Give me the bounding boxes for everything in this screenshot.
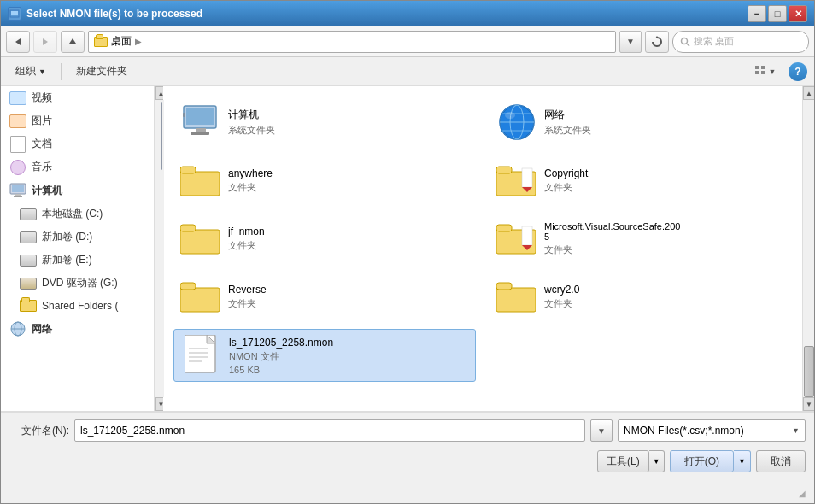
file-name-network: 网络 xyxy=(544,108,591,122)
file-item-mvss[interactable]: Microsoft.Visual.SourceSafe.2005 文件夹 xyxy=(490,213,792,264)
sidebar-item-video[interactable]: 视频 xyxy=(1,86,154,109)
sidebar-item-network[interactable]: 网络 xyxy=(1,317,154,341)
file-size-nmon: 165 KB xyxy=(229,365,333,375)
file-item-copyright[interactable]: Copyright 文件夹 xyxy=(490,155,792,206)
view-scrollbar: ▲ ▼ xyxy=(802,86,814,411)
file-info-wcry: wcry2.0 文件夹 xyxy=(544,284,579,310)
svg-rect-15 xyxy=(14,196,22,197)
file-view: 计算机 系统文件夹 xyxy=(163,86,802,411)
sidebar: 视频 图片 文档 音乐 xyxy=(1,86,155,411)
sidebar-item-d-drive[interactable]: 新加卷 (D:) xyxy=(1,226,154,249)
actions-row: 工具(L) ▼ 打开(O) ▼ 取消 xyxy=(9,447,806,476)
svg-rect-34 xyxy=(496,167,512,173)
refresh-button[interactable] xyxy=(645,31,669,53)
open-split-button[interactable]: ▼ xyxy=(734,450,751,472)
svg-rect-37 xyxy=(180,230,220,254)
open-button[interactable]: 打开(O) xyxy=(670,450,734,472)
file-info-nmon: ls_171205_2258.nmon NMON 文件 165 KB xyxy=(229,337,333,375)
cancel-button[interactable]: 取消 xyxy=(756,450,806,472)
nmon-file-icon xyxy=(181,335,222,376)
address-path[interactable]: 桌面 ▶ xyxy=(88,31,616,53)
close-button[interactable]: ✕ xyxy=(789,5,807,22)
file-item-network[interactable]: 网络 系统文件夹 xyxy=(490,97,792,148)
sidebar-scroll-thumb[interactable] xyxy=(161,102,162,170)
path-label: 桌面 xyxy=(111,34,132,49)
filename-dropdown-button[interactable]: ▼ xyxy=(590,419,613,442)
filetype-dropdown-icon: ▼ xyxy=(792,426,800,435)
video-icon xyxy=(9,91,26,105)
sidebar-label-music: 音乐 xyxy=(32,160,52,174)
back-button[interactable] xyxy=(6,31,30,53)
picture-icon xyxy=(9,114,26,128)
svg-rect-13 xyxy=(12,185,24,192)
sidebar-item-shared[interactable]: Shared Folders ( xyxy=(1,295,154,317)
sidebar-label-dvd: DVD 驱动器 (G:) xyxy=(42,276,118,290)
sidebar-item-dvd[interactable]: DVD 驱动器 (G:) xyxy=(1,272,154,295)
toolbar: 组织 ▼ 新建文件夹 ▼ ? xyxy=(1,57,814,86)
file-item-anywhere[interactable]: anywhere 文件夹 xyxy=(173,155,476,206)
search-icon xyxy=(680,37,690,47)
scroll-up-button[interactable]: ▲ xyxy=(803,86,814,100)
address-bar: 桌面 ▶ ▼ 搜索 桌面 xyxy=(1,26,814,57)
file-item-wcry[interactable]: wcry2.0 文件夹 xyxy=(490,271,792,322)
file-item-reverse[interactable]: Reverse 文件夹 xyxy=(173,271,476,322)
bottom-form: 文件名(N): ▼ NMON Files(*.csv;*.nmon) ▼ 工具(… xyxy=(1,411,814,483)
svg-rect-20 xyxy=(186,108,214,125)
tools-button[interactable]: 工具(L) xyxy=(597,450,649,472)
toolbar-separator xyxy=(61,63,62,80)
scroll-thumb[interactable] xyxy=(804,346,814,397)
forward-button[interactable] xyxy=(33,31,57,53)
svg-rect-46 xyxy=(496,283,512,290)
file-type-copyright: 文件夹 xyxy=(544,181,588,194)
sidebar-label-docs: 文档 xyxy=(32,137,52,151)
file-type-anywhere: 文件夹 xyxy=(228,181,273,194)
file-item-computer[interactable]: 计算机 系统文件夹 xyxy=(173,97,476,148)
filename-label: 文件名(N): xyxy=(9,424,69,438)
file-item-nmon[interactable]: ls_171205_2258.nmon NMON 文件 165 KB xyxy=(173,329,476,382)
sidebar-item-picture[interactable]: 图片 xyxy=(1,109,154,132)
toolbar-right: ▼ ? xyxy=(753,61,807,83)
tools-dropdown-button[interactable]: ▼ xyxy=(649,450,665,472)
scroll-track[interactable] xyxy=(803,100,814,397)
new-folder-button[interactable]: 新建文件夹 xyxy=(68,61,135,83)
file-info-network: 网络 系统文件夹 xyxy=(544,108,591,137)
svg-rect-45 xyxy=(496,288,536,312)
main-area: 视频 图片 文档 音乐 xyxy=(1,86,814,411)
maximize-button[interactable]: □ xyxy=(768,5,787,22)
svg-rect-31 xyxy=(180,172,220,196)
filetype-select[interactable]: NMON Files(*.csv;*.nmon) ▼ xyxy=(618,419,806,442)
svg-rect-21 xyxy=(183,113,185,117)
right-side: 计算机 系统文件夹 xyxy=(163,86,814,411)
file-name-copyright: Copyright xyxy=(544,167,588,179)
file-name-jfnmon: jf_nmon xyxy=(228,226,265,237)
svg-rect-40 xyxy=(496,225,512,231)
up-button[interactable] xyxy=(61,31,85,53)
search-box[interactable]: 搜索 桌面 xyxy=(672,31,809,53)
sidebar-item-docs[interactable]: 文档 xyxy=(1,132,154,155)
path-arrow: ▶ xyxy=(135,37,142,46)
svg-line-7 xyxy=(687,44,689,46)
file-type-mvss: 文件夹 xyxy=(544,243,680,256)
sidebar-wrapper: 视频 图片 文档 音乐 xyxy=(1,86,163,411)
scroll-down-button[interactable]: ▼ xyxy=(803,397,814,411)
c-drive-icon xyxy=(20,208,37,221)
svg-rect-8 xyxy=(755,66,759,69)
svg-rect-41 xyxy=(522,226,532,245)
sidebar-label-c: 本地磁盘 (C:) xyxy=(42,207,103,221)
sidebar-item-music[interactable]: 音乐 xyxy=(1,155,154,179)
sidebar-item-computer[interactable]: 计算机 xyxy=(1,179,154,202)
organize-button[interactable]: 组织 ▼ xyxy=(8,61,54,83)
sidebar-item-c-drive[interactable]: 本地磁盘 (C:) xyxy=(1,202,154,226)
file-name-reverse: Reverse xyxy=(228,284,267,296)
address-dropdown[interactable]: ▼ xyxy=(619,31,642,53)
view-mode-button[interactable]: ▼ xyxy=(753,61,777,83)
filename-input[interactable] xyxy=(74,419,585,442)
sidebar-label-shared: Shared Folders ( xyxy=(42,300,118,312)
help-button[interactable]: ? xyxy=(789,62,807,81)
svg-rect-38 xyxy=(180,225,196,231)
file-info-anywhere: anywhere 文件夹 xyxy=(228,167,273,194)
file-name-computer: 计算机 xyxy=(228,108,275,122)
file-item-jf-nmon[interactable]: jf_nmon 文件夹 xyxy=(173,213,476,264)
minimize-button[interactable]: − xyxy=(748,5,766,22)
sidebar-item-e-drive[interactable]: 新加卷 (E:) xyxy=(1,249,154,272)
